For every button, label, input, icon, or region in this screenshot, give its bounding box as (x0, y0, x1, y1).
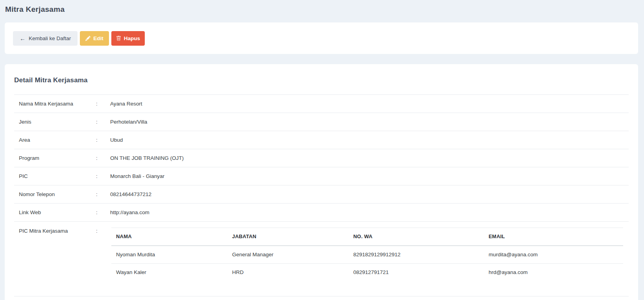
edit-label: Edit (93, 35, 103, 41)
field-separator: : (96, 101, 105, 107)
detail-heading: Detail Mitra Kerjasama (14, 64, 629, 84)
detail-fields: Nama Mitra Kerjasama : Ayana Resort Jeni… (14, 94, 629, 296)
pic-cell-email: murdita@ayana.com (484, 246, 623, 264)
detail-row-pic-mitra-kerjasama: PIC Mitra Kerjasama : NAMA JABATAN NO. W… (14, 221, 629, 296)
detail-row-area: Area : Ubud (14, 131, 629, 149)
field-label: Area (14, 137, 96, 143)
field-value: 08214644737212 (105, 191, 629, 197)
page-title: Mitra Kerjasama (0, 0, 644, 15)
field-label: Jenis (14, 119, 96, 125)
detail-row-pic: PIC : Monarch Bali - Gianyar (14, 167, 629, 185)
delete-label: Hapus (124, 35, 140, 41)
field-separator: : (96, 155, 105, 161)
field-value: Perhotelan/Villa (105, 119, 629, 125)
detail-row-program: Program : ON THE JOB TRAINING (OJT) (14, 149, 629, 167)
pic-table-row: Nyoman Murdita General Manager 829182912… (111, 246, 623, 264)
pic-col-jabatan: JABATAN (227, 228, 349, 246)
field-label: Link Web (14, 209, 96, 215)
back-to-list-button[interactable]: ← Kembali ke Daftar (13, 31, 78, 46)
field-separator: : (96, 173, 105, 179)
pic-cell-jabatan: General Manager (227, 246, 349, 264)
pic-cell-nama: Wayan Kaler (111, 264, 227, 281)
detail-row-jenis: Jenis : Perhotelan/Villa (14, 113, 629, 131)
pic-col-email: EMAIL (484, 228, 623, 246)
field-label: PIC (14, 173, 96, 179)
pencil-icon (85, 36, 90, 41)
pic-cell-jabatan: HRD (227, 264, 349, 281)
pic-col-no-wa: NO. WA (349, 228, 484, 246)
field-separator: : (96, 222, 105, 234)
field-separator: : (96, 137, 105, 143)
field-label: PIC Mitra Kerjasama (14, 222, 96, 234)
left-arrow-icon: ← (20, 35, 26, 41)
field-label: Nomor Telepon (14, 191, 96, 197)
field-value: ON THE JOB TRAINING (OJT) (105, 155, 629, 161)
detail-row-link-web: Link Web : http://ayana.com (14, 203, 629, 221)
field-separator: : (96, 119, 105, 125)
edit-button[interactable]: Edit (80, 31, 109, 46)
field-value: Monarch Bali - Gianyar (105, 173, 629, 179)
pic-col-nama: NAMA (111, 228, 227, 246)
pic-table-header-row: NAMA JABATAN NO. WA EMAIL (111, 228, 623, 246)
pic-cell-nama: Nyoman Murdita (111, 246, 227, 264)
pic-cell-no-wa: 8291829129912912 (349, 246, 484, 264)
field-separator: : (96, 209, 105, 215)
pic-table-container: NAMA JABATAN NO. WA EMAIL Nyoman Murdita… (105, 222, 629, 281)
field-value: Ayana Resort (105, 101, 629, 107)
trash-icon (116, 36, 121, 41)
pic-table-row: Wayan Kaler HRD 082912791721 hrd@ayana.c… (111, 264, 623, 281)
pic-cell-email: hrd@ayana.com (484, 264, 623, 281)
back-to-list-label: Kembali ke Daftar (29, 35, 71, 41)
detail-card: Detail Mitra Kerjasama Nama Mitra Kerjas… (5, 64, 638, 300)
pic-cell-no-wa: 082912791721 (349, 264, 484, 281)
field-label: Nama Mitra Kerjasama (14, 101, 96, 107)
field-value: http://ayana.com (105, 209, 629, 215)
field-label: Program (14, 155, 96, 161)
field-value: Ubud (105, 137, 629, 143)
pic-table: NAMA JABATAN NO. WA EMAIL Nyoman Murdita… (111, 228, 623, 281)
toolbar-card: ← Kembali ke Daftar Edit Hapus (5, 22, 638, 54)
delete-button[interactable]: Hapus (111, 31, 145, 46)
field-separator: : (96, 191, 105, 197)
detail-row-nomor-telepon: Nomor Telepon : 08214644737212 (14, 185, 629, 203)
detail-row-nama-mitra: Nama Mitra Kerjasama : Ayana Resort (14, 94, 629, 113)
